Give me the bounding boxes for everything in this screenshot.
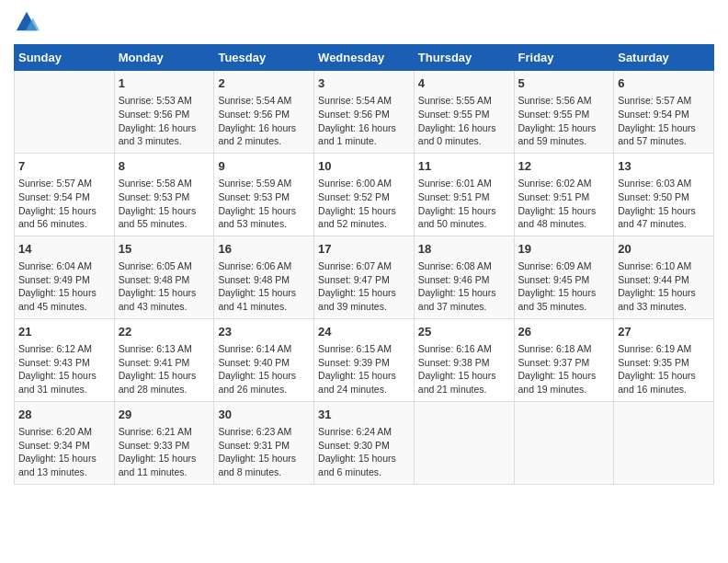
day-number: 5 xyxy=(518,75,610,92)
header-row: SundayMondayTuesdayWednesdayThursdayFrid… xyxy=(15,45,714,71)
calendar-cell: 7Sunrise: 5:57 AM Sunset: 9:54 PM Daylig… xyxy=(15,153,115,236)
logo-icon xyxy=(14,9,40,35)
calendar-cell: 27Sunrise: 6:19 AM Sunset: 9:35 PM Dayli… xyxy=(614,318,714,401)
calendar-cell xyxy=(514,401,614,484)
calendar-cell: 19Sunrise: 6:09 AM Sunset: 9:45 PM Dayli… xyxy=(514,236,614,318)
header-day-thursday: Thursday xyxy=(414,45,514,71)
logo xyxy=(14,9,43,35)
calendar-cell: 30Sunrise: 6:23 AM Sunset: 9:31 PM Dayli… xyxy=(214,401,314,484)
day-info: Sunrise: 6:15 AM Sunset: 9:39 PM Dayligh… xyxy=(318,342,410,396)
calendar-cell: 16Sunrise: 6:06 AM Sunset: 9:48 PM Dayli… xyxy=(214,236,314,318)
calendar-cell: 1Sunrise: 5:53 AM Sunset: 9:56 PM Daylig… xyxy=(114,71,214,154)
week-row-1: 1Sunrise: 5:53 AM Sunset: 9:56 PM Daylig… xyxy=(15,71,714,154)
calendar-cell: 11Sunrise: 6:01 AM Sunset: 9:51 PM Dayli… xyxy=(414,153,514,236)
calendar-cell xyxy=(614,401,714,484)
header-day-monday: Monday xyxy=(114,45,214,71)
day-number: 16 xyxy=(218,241,310,258)
day-number: 22 xyxy=(119,324,210,340)
day-number: 21 xyxy=(18,324,110,340)
calendar-table: SundayMondayTuesdayWednesdayThursdayFrid… xyxy=(14,44,714,485)
week-row-4: 21Sunrise: 6:12 AM Sunset: 9:43 PM Dayli… xyxy=(15,318,714,401)
day-info: Sunrise: 6:21 AM Sunset: 9:33 PM Dayligh… xyxy=(119,425,210,479)
day-number: 9 xyxy=(218,158,310,175)
day-number: 24 xyxy=(318,324,410,340)
day-info: Sunrise: 5:54 AM Sunset: 9:56 PM Dayligh… xyxy=(318,94,410,148)
calendar-cell: 14Sunrise: 6:04 AM Sunset: 9:49 PM Dayli… xyxy=(15,236,115,318)
day-info: Sunrise: 6:05 AM Sunset: 9:48 PM Dayligh… xyxy=(119,259,210,314)
day-number: 25 xyxy=(418,324,510,340)
calendar-cell: 12Sunrise: 6:02 AM Sunset: 9:51 PM Dayli… xyxy=(514,153,614,236)
day-number: 28 xyxy=(18,407,110,423)
day-info: Sunrise: 6:09 AM Sunset: 9:45 PM Dayligh… xyxy=(518,259,610,314)
week-row-2: 7Sunrise: 5:57 AM Sunset: 9:54 PM Daylig… xyxy=(15,153,714,236)
day-number: 29 xyxy=(119,407,210,423)
calendar-cell: 21Sunrise: 6:12 AM Sunset: 9:43 PM Dayli… xyxy=(15,318,115,401)
calendar-cell xyxy=(414,401,514,484)
header-day-friday: Friday xyxy=(514,45,614,71)
day-number: 20 xyxy=(618,241,710,258)
day-number: 17 xyxy=(318,241,410,258)
header-day-sunday: Sunday xyxy=(15,45,115,71)
day-info: Sunrise: 6:13 AM Sunset: 9:41 PM Dayligh… xyxy=(119,342,210,396)
header-day-wednesday: Wednesday xyxy=(314,45,415,71)
day-number: 23 xyxy=(218,324,310,340)
day-number: 4 xyxy=(418,75,510,92)
week-row-5: 28Sunrise: 6:20 AM Sunset: 9:34 PM Dayli… xyxy=(15,401,714,484)
calendar-cell: 24Sunrise: 6:15 AM Sunset: 9:39 PM Dayli… xyxy=(314,318,415,401)
day-info: Sunrise: 6:14 AM Sunset: 9:40 PM Dayligh… xyxy=(218,342,310,396)
week-row-3: 14Sunrise: 6:04 AM Sunset: 9:49 PM Dayli… xyxy=(15,236,714,318)
calendar-cell: 17Sunrise: 6:07 AM Sunset: 9:47 PM Dayli… xyxy=(314,236,415,318)
day-number: 7 xyxy=(18,158,110,175)
calendar-cell: 31Sunrise: 6:24 AM Sunset: 9:30 PM Dayli… xyxy=(314,401,415,484)
day-number: 15 xyxy=(119,241,210,258)
day-info: Sunrise: 5:59 AM Sunset: 9:53 PM Dayligh… xyxy=(218,177,310,231)
day-number: 1 xyxy=(119,75,210,92)
day-info: Sunrise: 6:20 AM Sunset: 9:34 PM Dayligh… xyxy=(18,425,110,479)
calendar-cell: 18Sunrise: 6:08 AM Sunset: 9:46 PM Dayli… xyxy=(414,236,514,318)
day-number: 3 xyxy=(318,75,410,92)
day-number: 6 xyxy=(618,75,710,92)
calendar-cell: 28Sunrise: 6:20 AM Sunset: 9:34 PM Dayli… xyxy=(15,401,115,484)
calendar-cell: 4Sunrise: 5:55 AM Sunset: 9:55 PM Daylig… xyxy=(414,71,514,154)
calendar-cell: 25Sunrise: 6:16 AM Sunset: 9:38 PM Dayli… xyxy=(414,318,514,401)
calendar-cell: 8Sunrise: 5:58 AM Sunset: 9:53 PM Daylig… xyxy=(114,153,214,236)
day-info: Sunrise: 6:19 AM Sunset: 9:35 PM Dayligh… xyxy=(618,342,710,396)
day-info: Sunrise: 5:55 AM Sunset: 9:55 PM Dayligh… xyxy=(418,94,510,148)
header-day-tuesday: Tuesday xyxy=(214,45,314,71)
day-info: Sunrise: 6:12 AM Sunset: 9:43 PM Dayligh… xyxy=(18,342,110,396)
calendar-cell xyxy=(15,71,115,154)
day-number: 26 xyxy=(518,324,610,340)
day-number: 8 xyxy=(119,158,210,175)
day-number: 2 xyxy=(218,75,310,92)
calendar-cell: 23Sunrise: 6:14 AM Sunset: 9:40 PM Dayli… xyxy=(214,318,314,401)
calendar-cell: 22Sunrise: 6:13 AM Sunset: 9:41 PM Dayli… xyxy=(114,318,214,401)
day-info: Sunrise: 6:08 AM Sunset: 9:46 PM Dayligh… xyxy=(418,259,510,314)
day-number: 19 xyxy=(518,241,610,258)
calendar-cell: 13Sunrise: 6:03 AM Sunset: 9:50 PM Dayli… xyxy=(614,153,714,236)
day-info: Sunrise: 6:10 AM Sunset: 9:44 PM Dayligh… xyxy=(618,259,710,314)
day-info: Sunrise: 6:23 AM Sunset: 9:31 PM Dayligh… xyxy=(218,425,310,479)
day-info: Sunrise: 6:16 AM Sunset: 9:38 PM Dayligh… xyxy=(418,342,510,396)
calendar-cell: 3Sunrise: 5:54 AM Sunset: 9:56 PM Daylig… xyxy=(314,71,415,154)
day-number: 11 xyxy=(418,158,510,175)
calendar-cell: 5Sunrise: 5:56 AM Sunset: 9:55 PM Daylig… xyxy=(514,71,614,154)
calendar-cell: 15Sunrise: 6:05 AM Sunset: 9:48 PM Dayli… xyxy=(114,236,214,318)
calendar-cell: 20Sunrise: 6:10 AM Sunset: 9:44 PM Dayli… xyxy=(614,236,714,318)
day-info: Sunrise: 6:03 AM Sunset: 9:50 PM Dayligh… xyxy=(618,177,710,231)
day-info: Sunrise: 5:58 AM Sunset: 9:53 PM Dayligh… xyxy=(119,177,210,231)
day-number: 13 xyxy=(618,158,710,175)
header-day-saturday: Saturday xyxy=(614,45,714,71)
day-info: Sunrise: 5:57 AM Sunset: 9:54 PM Dayligh… xyxy=(618,94,710,148)
day-info: Sunrise: 6:00 AM Sunset: 9:52 PM Dayligh… xyxy=(318,177,410,231)
day-number: 30 xyxy=(218,407,310,423)
calendar-cell: 26Sunrise: 6:18 AM Sunset: 9:37 PM Dayli… xyxy=(514,318,614,401)
calendar-cell: 9Sunrise: 5:59 AM Sunset: 9:53 PM Daylig… xyxy=(214,153,314,236)
day-number: 10 xyxy=(318,158,410,175)
day-info: Sunrise: 6:01 AM Sunset: 9:51 PM Dayligh… xyxy=(418,177,510,231)
calendar-cell: 10Sunrise: 6:00 AM Sunset: 9:52 PM Dayli… xyxy=(314,153,415,236)
day-info: Sunrise: 6:07 AM Sunset: 9:47 PM Dayligh… xyxy=(318,259,410,314)
day-info: Sunrise: 5:56 AM Sunset: 9:55 PM Dayligh… xyxy=(518,94,610,148)
day-number: 31 xyxy=(318,407,410,423)
day-info: Sunrise: 5:53 AM Sunset: 9:56 PM Dayligh… xyxy=(119,94,210,148)
day-info: Sunrise: 5:54 AM Sunset: 9:56 PM Dayligh… xyxy=(218,94,310,148)
